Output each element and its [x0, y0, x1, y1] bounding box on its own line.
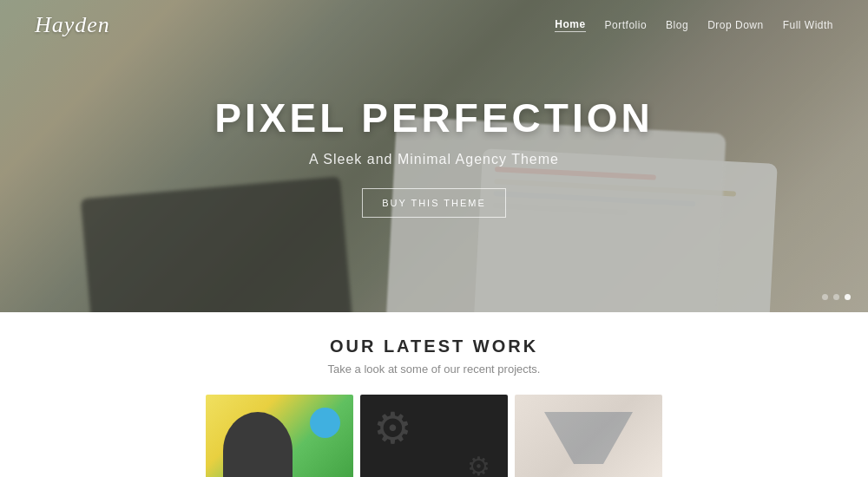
portfolio-item-2[interactable]	[360, 395, 508, 477]
slider-dot-1[interactable]	[822, 294, 828, 300]
hero-title: PIXEL PERFECTION	[214, 95, 653, 141]
portfolio-grid	[35, 395, 833, 477]
portfolio-item-3[interactable]	[515, 395, 662, 477]
site-logo[interactable]: Hayden	[35, 12, 110, 38]
section-title: OUR LATEST WORK	[35, 337, 833, 356]
hero-subtitle: A Sleek and Minimal Agency Theme	[214, 152, 653, 167]
nav-item-dropdown[interactable]: Drop Down	[707, 19, 764, 31]
main-nav: Home Portfolio Blog Drop Down Full Width	[555, 18, 833, 32]
nav-item-blog[interactable]: Blog	[666, 19, 688, 31]
slider-dots	[822, 294, 851, 300]
hero-content: PIXEL PERFECTION A Sleek and Minimal Age…	[214, 95, 653, 218]
nav-item-fullwidth[interactable]: Full Width	[783, 19, 833, 31]
nav-item-portfolio[interactable]: Portfolio	[605, 19, 648, 31]
nav-item-home[interactable]: Home	[555, 18, 585, 32]
portfolio-section: OUR LATEST WORK Take a look at some of o…	[0, 312, 868, 477]
section-subtitle: Take a look at some of our recent projec…	[35, 363, 833, 376]
site-header: Hayden Home Portfolio Blog Drop Down Ful…	[0, 0, 868, 50]
slider-dot-2[interactable]	[833, 294, 839, 300]
slider-dot-3[interactable]	[845, 294, 851, 300]
portfolio-item-1[interactable]	[206, 395, 353, 477]
cta-button[interactable]: BUY THIS THEME	[362, 188, 506, 218]
